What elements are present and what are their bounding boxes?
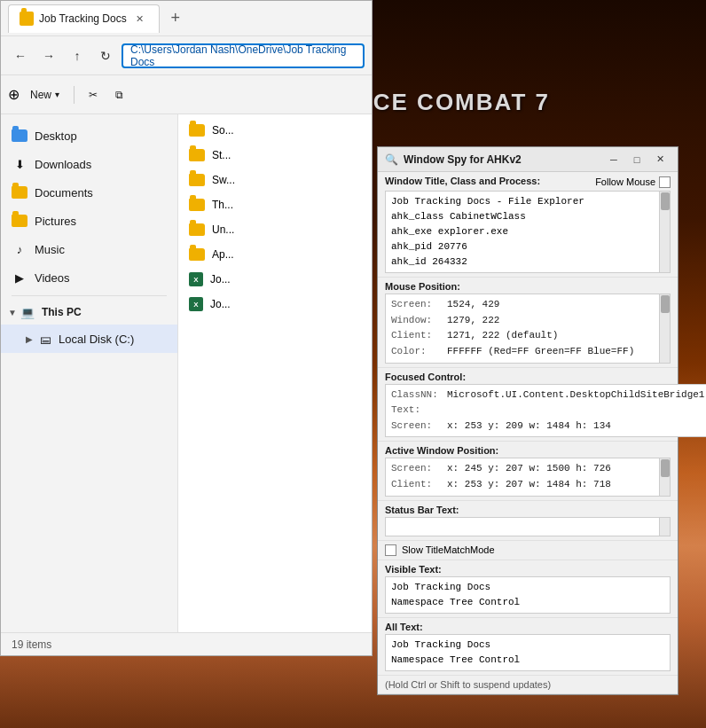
spy-screen-value: 1524, 429: [447, 297, 499, 313]
spy-close-button[interactable]: ✕: [649, 152, 671, 168]
local-disk-chevron: ▶: [26, 334, 33, 344]
file-item-un[interactable]: Un...: [182, 217, 368, 242]
spy-aw-client-label: Client:: [391, 477, 440, 493]
sidebar-local-disk[interactable]: ▶ 🖴 Local Disk (C:): [1, 325, 177, 353]
file-list: So... St... Sw... Th... Un... Ap...: [178, 114, 372, 632]
copy-button[interactable]: ⧉: [108, 82, 130, 108]
spy-mouse-window-row: Window: 1279, 222: [391, 313, 647, 329]
new-dropdown-chevron: ▾: [55, 90, 59, 99]
spy-status-bar-label: Status Bar Text:: [385, 505, 671, 515]
spy-window-title-section: Window Title, Class and Process: Follow …: [378, 172, 678, 278]
back-button[interactable]: ←: [8, 43, 33, 68]
new-tab-button[interactable]: +: [163, 6, 188, 31]
spy-aw-screen-value: x: 245 y: 207 w: 1500 h: 726: [447, 461, 611, 477]
spy-icon: 🔍: [385, 153, 398, 166]
spy-fc-screen-value: x: 253 y: 209 w: 1484 h: 134: [447, 419, 611, 434]
this-pc-label: This PC: [42, 306, 82, 318]
cut-button[interactable]: ✂: [82, 82, 105, 108]
new-button[interactable]: New ▾: [23, 82, 67, 108]
excel-icon-jo2: X: [189, 297, 203, 311]
sidebar-item-videos[interactable]: ▶ Videos: [1, 263, 177, 292]
spy-aw-client-row: Client: x: 253 y: 207 w: 1484 h: 718: [391, 477, 647, 493]
spy-title-bar: 🔍 Window Spy for AHKv2 ─ □ ✕: [378, 147, 678, 172]
videos-icon: ▶: [12, 271, 27, 285]
folder-tab-icon: [20, 12, 34, 26]
file-item-st[interactable]: St...: [182, 143, 368, 168]
slow-title-checkbox[interactable]: [385, 544, 396, 556]
address-bar[interactable]: C:\Users\Jordan Nash\OneDrive\Job Tracki…: [122, 43, 365, 68]
desktop-folder-icon: [12, 129, 27, 142]
spy-window-line2: ahk_class CabinetWClass: [391, 209, 647, 224]
spy-visible-text-label: Visible Text:: [385, 564, 671, 575]
forward-button[interactable]: →: [36, 43, 61, 68]
tab-label: Job Tracking Docs: [39, 12, 127, 25]
spy-text-label: Text:: [391, 403, 440, 419]
visible-text-line1: Job Tracking Docs: [391, 580, 664, 595]
folder-icon-st: [189, 149, 205, 161]
file-item-jo1[interactable]: X Jo...: [182, 267, 368, 292]
file-explorer-window: Job Tracking Docs ✕ + ← → ↑ ↻ C:\Users\J…: [0, 0, 373, 656]
folder-icon-un: [189, 223, 205, 236]
folder-icon-ap: [189, 248, 205, 261]
status-count: 19 items: [12, 638, 51, 651]
spy-fc-screen-label: Screen:: [391, 419, 440, 434]
this-pc-chevron: ▼: [8, 308, 17, 317]
address-text: C:\Users\Jordan Nash\OneDrive\Job Tracki…: [130, 43, 356, 68]
file-item-th[interactable]: Th...: [182, 192, 368, 217]
file-label-jo1: Jo...: [210, 273, 231, 286]
new-plus-icon: ⊕: [8, 86, 20, 103]
tab-close-button[interactable]: ✕: [132, 11, 148, 27]
spy-color-value: FFFFFF (Red=FF Green=FF Blue=FF): [447, 344, 634, 360]
spy-title-left: 🔍 Window Spy for AHKv2: [385, 153, 522, 166]
sidebar-item-documents[interactable]: Documents: [1, 178, 177, 207]
spy-slow-title-section: Slow TitleMatchMode: [378, 541, 678, 560]
sidebar-divider-1: [12, 295, 167, 296]
explorer-tab[interactable]: Job Tracking Docs ✕: [8, 4, 160, 33]
sidebar-item-pictures[interactable]: Pictures: [1, 207, 177, 235]
spy-window-title-label: Window Title, Class and Process:: [385, 176, 540, 186]
disk-icon: 🖴: [40, 333, 51, 346]
file-item-sw[interactable]: Sw...: [182, 168, 368, 192]
sidebar-this-pc[interactable]: ▼ 💻 This PC: [1, 300, 177, 325]
sidebar-label-downloads: Downloads: [35, 158, 91, 171]
follow-mouse-label: Follow Mouse: [595, 176, 655, 187]
file-label-so: So...: [212, 124, 234, 137]
sidebar-item-downloads[interactable]: ⬇ Downloads: [1, 150, 177, 178]
spy-visible-text-section: Visible Text: Job Tracking Docs Namespac…: [378, 560, 678, 618]
file-label-sw: Sw...: [212, 174, 235, 186]
sidebar-label-videos: Videos: [35, 271, 70, 285]
up-button[interactable]: ↑: [65, 43, 90, 68]
spy-minimize-button[interactable]: ─: [603, 152, 624, 168]
downloads-icon: ⬇: [12, 158, 27, 171]
documents-folder-icon: [12, 186, 27, 199]
file-item-jo2[interactable]: X Jo...: [182, 292, 368, 317]
excel-icon-jo1: X: [189, 272, 203, 286]
spy-focused-label: Focused Control:: [385, 372, 671, 382]
this-pc-icon: 💻: [20, 306, 35, 319]
spy-fc-screen-row: Screen: x: 253 y: 209 w: 1484 h: 134: [391, 419, 704, 434]
spy-maximize-button[interactable]: □: [626, 152, 647, 168]
spy-screen-label: Screen:: [391, 297, 440, 313]
slow-title-label[interactable]: Slow TitleMatchMode: [385, 544, 671, 556]
file-item-so[interactable]: So...: [182, 118, 368, 143]
sidebar-label-desktop: Desktop: [35, 129, 77, 143]
spy-window-line5: ahk_id 264332: [391, 254, 647, 270]
spy-window-line3: ahk_exe explorer.exe: [391, 224, 647, 239]
spy-title-text: Window Spy for AHKv2: [404, 153, 522, 166]
spy-aw-screen-label: Screen:: [391, 461, 440, 477]
file-label-th: Th...: [212, 199, 233, 211]
follow-mouse-control: Follow Mouse: [595, 176, 671, 188]
refresh-button[interactable]: ↻: [93, 43, 118, 68]
sidebar-item-music[interactable]: ♪ Music: [1, 235, 177, 263]
all-text-line1: Job Tracking Docs: [391, 638, 664, 653]
all-text-line2: Namespace Tree Control: [391, 653, 664, 668]
sidebar-item-desktop[interactable]: Desktop: [1, 121, 177, 150]
ace-combat-text: ACE COMBAT 7: [355, 89, 550, 116]
status-bar: 19 items: [1, 632, 372, 655]
spy-hold-ctrl-section: (Hold Ctrl or Shift to suspend updates): [378, 676, 678, 694]
follow-mouse-checkbox[interactable]: [659, 176, 671, 188]
file-item-ap[interactable]: Ap...: [182, 242, 368, 267]
sidebar-label-music: Music: [35, 243, 65, 256]
sidebar-label-documents: Documents: [35, 186, 93, 200]
file-label-jo2: Jo...: [210, 298, 231, 310]
